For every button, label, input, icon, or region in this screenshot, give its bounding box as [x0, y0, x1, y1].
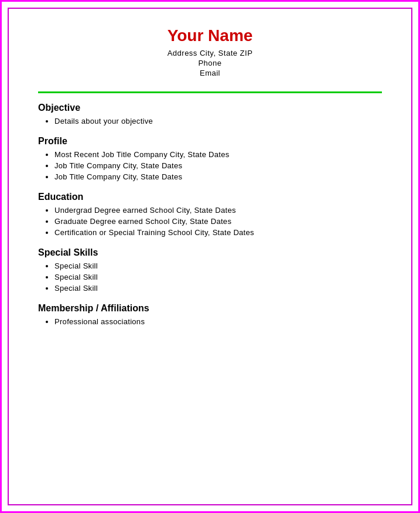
list-item: Special Skill	[54, 261, 382, 270]
section-title-membership: Membership / Affiliations	[38, 303, 382, 314]
section-objective: ObjectiveDetails about your objective	[38, 103, 382, 125]
sections-container: ObjectiveDetails about your objectivePro…	[38, 103, 382, 337]
section-title-education: Education	[38, 192, 382, 202]
address-line: Address City, State ZIP	[38, 49, 382, 57]
list-item: Details about your objective	[54, 117, 382, 125]
section-list-profile: Most Recent Job Title Company City, Stat…	[54, 150, 382, 181]
section-title-objective: Objective	[38, 103, 382, 113]
section-membership: Membership / AffiliationsProfessional as…	[38, 303, 382, 326]
section-title-special-skills: Special Skills	[38, 247, 382, 258]
phone-line: Phone	[38, 59, 382, 67]
list-item: Special Skill	[54, 284, 382, 293]
email-line: Email	[38, 69, 382, 77]
resume-container: Your Name Address City, State ZIP Phone …	[8, 8, 412, 505]
list-item: Certification or Special Training School…	[54, 228, 382, 237]
section-divider	[38, 91, 382, 93]
list-item: Professional associations	[54, 317, 382, 326]
section-education: EducationUndergrad Degree earned School …	[38, 192, 382, 237]
list-item: Undergrad Degree earned School City, Sta…	[54, 206, 382, 215]
section-list-education: Undergrad Degree earned School City, Sta…	[54, 206, 382, 237]
section-title-profile: Profile	[38, 136, 382, 147]
section-list-special-skills: Special SkillSpecial SkillSpecial Skill	[54, 261, 382, 293]
name-heading: Your Name	[38, 26, 382, 45]
section-list-objective: Details about your objective	[54, 117, 382, 125]
list-item: Job Title Company City, State Dates	[54, 161, 382, 170]
resume-header: Your Name Address City, State ZIP Phone …	[38, 26, 382, 79]
section-special-skills: Special SkillsSpecial SkillSpecial Skill…	[38, 247, 382, 293]
list-item: Job Title Company City, State Dates	[54, 172, 382, 181]
list-item: Special Skill	[54, 273, 382, 281]
list-item: Graduate Degree earned School City, Stat…	[54, 217, 382, 226]
page-wrapper: Your Name Address City, State ZIP Phone …	[0, 0, 420, 513]
section-list-membership: Professional associations	[54, 317, 382, 326]
section-profile: ProfileMost Recent Job Title Company Cit…	[38, 136, 382, 181]
list-item: Most Recent Job Title Company City, Stat…	[54, 150, 382, 159]
